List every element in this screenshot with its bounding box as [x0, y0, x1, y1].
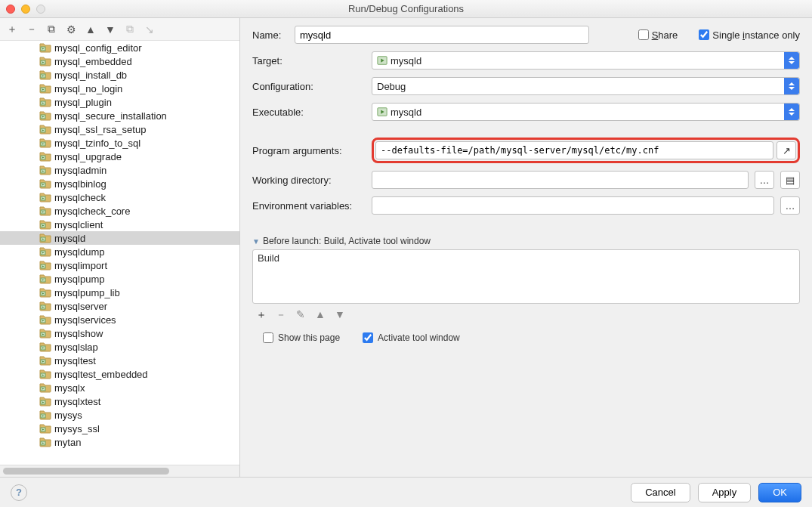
tree-item-mysqlshow[interactable]: mysqlshow — [0, 326, 239, 340]
tree-item-label: mysql_no_login — [54, 83, 122, 94]
tree-item-mysql_embedded[interactable]: mysql_embedded — [0, 54, 239, 68]
add-config-icon[interactable]: ＋ — [6, 23, 18, 36]
tree-item-mysql_ssl_rsa_setup[interactable]: mysql_ssl_rsa_setup — [0, 122, 239, 136]
dialog-footer: ? Cancel Apply OK — [0, 477, 812, 507]
single-instance-checkbox[interactable] — [699, 29, 709, 40]
browse-env-vars-button[interactable]: … — [780, 196, 800, 215]
tree-item-mysys_ssl[interactable]: mysys_ssl — [0, 422, 239, 435]
tree-item-mysql_no_login[interactable]: mysql_no_login — [0, 82, 239, 95]
ok-button[interactable]: OK — [758, 483, 801, 502]
tree-item-mysqlclient[interactable]: mysqlclient — [0, 218, 239, 231]
window-title: Run/Debug Configurations — [0, 3, 812, 14]
program-arguments-highlight: ↗ — [372, 138, 800, 163]
before-launch-list[interactable]: Build — [252, 249, 800, 304]
show-this-page-checkbox[interactable] — [263, 332, 273, 343]
tree-item-label: mysqlcheck — [54, 192, 106, 203]
tree-item-label: mysqltest — [54, 355, 96, 366]
tree-item-mytan[interactable]: mytan — [0, 435, 239, 449]
browse-working-dir-button[interactable]: … — [755, 171, 774, 189]
tree-item-mysqlx[interactable]: mysqlx — [0, 381, 239, 394]
tree-item-mysqlpump[interactable]: mysqlpump — [0, 272, 239, 286]
tree-item-label: mysql_upgrade — [54, 151, 122, 162]
tree-item-mysqlserver[interactable]: mysqlserver — [0, 299, 239, 313]
activate-tool-window-checkbox[interactable] — [363, 332, 373, 343]
bl-down-icon[interactable]: ▼ — [334, 308, 346, 322]
configurations-sidebar: ＋ － ⧉ ⚙ ▲ ▼ ⧉ ↘ mysql_config_editormysql… — [0, 18, 240, 477]
tree-item-mysqlcheck_core[interactable]: mysqlcheck_core — [0, 204, 239, 218]
tree-item-label: mysql_install_db — [54, 70, 127, 81]
executable-value: mysqld — [391, 107, 421, 118]
target-select[interactable]: mysqld — [372, 51, 800, 70]
tree-item-mysqlpump_lib[interactable]: mysqlpump_lib — [0, 286, 239, 299]
tree-item-mysql_install_db[interactable]: mysql_install_db — [0, 68, 239, 82]
tree-item-label: mysqlimport — [54, 260, 107, 271]
bl-add-icon[interactable]: ＋ — [255, 308, 267, 322]
share-label: Share — [652, 29, 678, 41]
single-instance-label: Single instance only — [712, 29, 800, 41]
tree-item-label: mysql_embedded — [54, 56, 132, 67]
tree-item-label: mysql_ssl_rsa_setup — [54, 124, 146, 135]
tree-item-label: mysqlx — [54, 382, 85, 394]
tree-item-mysql_secure_installation[interactable]: mysql_secure_installation — [0, 109, 239, 122]
move-down-icon[interactable]: ▼ — [104, 23, 116, 36]
tree-item-mysqlcheck[interactable]: mysqlcheck — [0, 190, 239, 204]
tree-item-mysqlimport[interactable]: mysqlimport — [0, 258, 239, 272]
target-icon — [377, 55, 387, 66]
configuration-value: Debug — [377, 81, 406, 92]
tree-item-label: mysql_tzinfo_to_sql — [54, 138, 140, 149]
working-directory-label: Working directory: — [252, 175, 366, 186]
tree-item-mysql_config_editor[interactable]: mysql_config_editor — [0, 41, 239, 54]
executable-select[interactable]: mysqld — [372, 103, 800, 121]
name-label: Name: — [252, 29, 289, 41]
executable-icon — [377, 107, 387, 117]
configuration-select[interactable]: Debug — [372, 77, 800, 95]
tree-item-label: mysys — [54, 410, 82, 421]
tree-item-mysqldump[interactable]: mysqldump — [0, 245, 239, 258]
collapse-icon[interactable]: ▼ — [252, 237, 260, 246]
share-checkbox[interactable] — [638, 29, 649, 40]
bl-edit-icon[interactable]: ✎ — [295, 308, 307, 322]
before-launch-item[interactable]: Build — [258, 252, 795, 264]
titlebar: Run/Debug Configurations — [0, 0, 812, 18]
tree-item-mysqlbinlog[interactable]: mysqlbinlog — [0, 177, 239, 190]
env-vars-input[interactable] — [372, 196, 774, 215]
copy-config-icon[interactable]: ⧉ — [45, 23, 57, 36]
bl-up-icon[interactable]: ▲ — [314, 308, 326, 322]
tree-item-label: mysqlshow — [54, 328, 103, 339]
save-defaults-icon[interactable]: ⧉ — [124, 23, 136, 36]
name-input[interactable] — [295, 26, 589, 44]
tree-item-label: mysqlserver — [54, 301, 107, 312]
tree-item-mysqladmin[interactable]: mysqladmin — [0, 163, 239, 177]
settings-icon[interactable]: ⚙ — [65, 23, 77, 36]
help-button[interactable]: ? — [11, 484, 27, 501]
tree-item-mysqlservices[interactable]: mysqlservices — [0, 313, 239, 326]
tree-item-mysql_upgrade[interactable]: mysql_upgrade — [0, 150, 239, 163]
expand-icon[interactable]: ↘ — [144, 23, 156, 36]
apply-button[interactable]: Apply — [698, 483, 752, 502]
tree-item-mysqltest_embedded[interactable]: mysqltest_embedded — [0, 367, 239, 381]
move-up-icon[interactable]: ▲ — [85, 23, 97, 36]
horizontal-scrollbar[interactable] — [0, 465, 239, 477]
tree-item-mysql_tzinfo_to_sql[interactable]: mysql_tzinfo_to_sql — [0, 136, 239, 150]
dropdown-arrow-icon — [784, 78, 799, 94]
bl-remove-icon[interactable]: － — [275, 308, 287, 322]
tree-item-mysys[interactable]: mysys — [0, 408, 239, 422]
tree-item-mysqlslap[interactable]: mysqlslap — [0, 340, 239, 354]
tree-item-label: mysql_secure_installation — [54, 110, 167, 122]
expand-arguments-button[interactable]: ↗ — [776, 141, 796, 159]
tree-item-mysqltest[interactable]: mysqltest — [0, 354, 239, 367]
tree-item-label: mysys_ssl — [54, 423, 100, 434]
tree-item-label: mysqlbinlog — [54, 178, 107, 190]
scrollbar-thumb[interactable] — [3, 468, 169, 475]
tree-item-mysqld[interactable]: mysqld — [0, 231, 239, 245]
tree-item-mysqlxtest[interactable]: mysqlxtest — [0, 394, 239, 408]
tree-item-mysql_plugin[interactable]: mysql_plugin — [0, 95, 239, 109]
program-arguments-input[interactable] — [375, 141, 773, 159]
expand-working-dir-button[interactable]: ▤ — [780, 171, 800, 189]
working-directory-input[interactable] — [372, 171, 749, 189]
activate-tool-window-label: Activate tool window — [378, 332, 460, 343]
cancel-button[interactable]: Cancel — [631, 483, 690, 502]
remove-config-icon[interactable]: － — [26, 23, 38, 36]
tree-item-label: mysqlxtest — [54, 396, 100, 407]
config-tree[interactable]: mysql_config_editormysql_embeddedmysql_i… — [0, 41, 239, 465]
